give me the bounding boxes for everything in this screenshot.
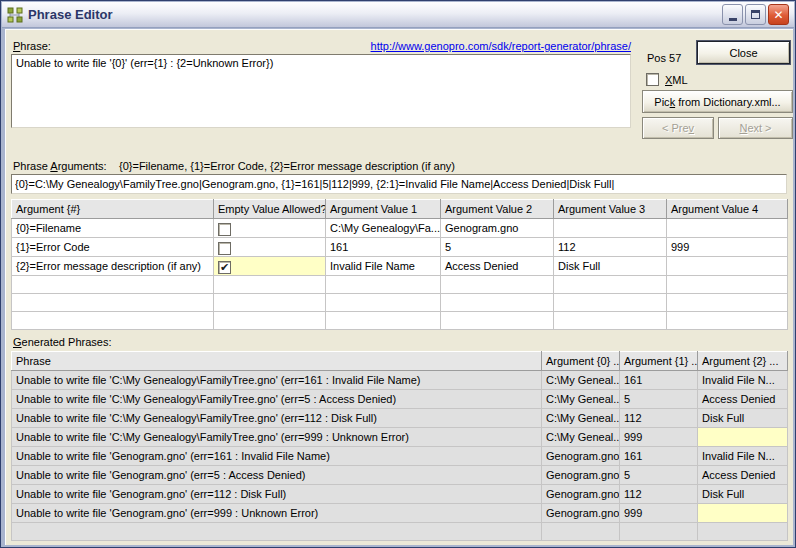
xml-checkbox-label[interactable]: XML (665, 74, 688, 86)
generated-phrase-row: Unable to write file 'C:\My Genealogy\Fa… (12, 409, 788, 428)
empty-cell (554, 294, 667, 312)
empty-allowed-cell[interactable] (214, 238, 326, 257)
argument-value-cell[interactable]: 161 (326, 238, 441, 257)
argument-row: {2}=Error message description (if any)✔I… (12, 257, 788, 276)
phrase-cell: Unable to write file 'Genogram.gno' (err… (12, 504, 542, 523)
argument-value-cell[interactable] (667, 219, 788, 238)
empty-cell (698, 523, 788, 541)
argument-1-cell: 999 (620, 428, 698, 447)
argument-value-cell[interactable]: Disk Full (554, 257, 667, 276)
close-window-button[interactable]: ✕ (768, 4, 789, 25)
empty-cell (554, 276, 667, 294)
arguments-input[interactable] (11, 174, 787, 194)
empty-argument-row (12, 294, 788, 312)
minimize-button[interactable] (722, 4, 743, 25)
argument-1-cell: 112 (620, 409, 698, 428)
phrase-cell: Unable to write file 'C:\My Genealogy\Fa… (12, 371, 542, 390)
generated-phrases-table: PhraseArgument {0} ...Argument {1} ...Ar… (11, 351, 788, 541)
argument-2-cell: Access Denied (698, 466, 788, 485)
phrase-textarea[interactable]: Unable to write file '{0}' (err={1} : {2… (11, 54, 631, 128)
argument-value-cell[interactable]: 5 (441, 238, 554, 257)
column-header: Empty Value Allowed? (214, 200, 326, 219)
argument-2-cell (698, 504, 788, 523)
phrase-cell: Unable to write file 'Genogram.gno' (err… (12, 466, 542, 485)
argument-value-cell[interactable]: Invalid File Name (326, 257, 441, 276)
empty-generated-row (12, 523, 788, 541)
argument-value-cell[interactable]: Genogram.gno (441, 219, 554, 238)
maximize-button[interactable] (745, 4, 766, 25)
phrase-editor-window: Phrase Editor ✕ Phrase: http://www.genop… (0, 0, 796, 548)
documentation-link[interactable]: http://www.genopro.com/sdk/report-genera… (371, 40, 631, 52)
column-header: Argument Value 1 (326, 200, 441, 219)
argument-value-cell[interactable] (667, 257, 788, 276)
generated-phrase-row: Unable to write file 'C:\My Genealogy\Fa… (12, 390, 788, 409)
empty-allowed-cell[interactable]: ✔ (214, 257, 326, 276)
empty-cell (326, 276, 441, 294)
generated-phrase-row: Unable to write file 'C:\My Genealogy\Fa… (12, 428, 788, 447)
next-button[interactable]: Next > (718, 117, 793, 139)
generated-phrase-row: Unable to write file 'Genogram.gno' (err… (12, 504, 788, 523)
argument-value-cell[interactable]: C:\My Genealogy\Fa... (326, 219, 441, 238)
empty-cell (214, 294, 326, 312)
empty-cell (667, 312, 788, 330)
minimize-icon (729, 18, 737, 21)
empty-cell (441, 276, 554, 294)
argument-name-cell: {1}=Error Code (12, 238, 214, 257)
close-button[interactable]: Close (697, 41, 790, 64)
argument-value-cell[interactable]: 112 (554, 238, 667, 257)
column-header: Argument {2} ... (698, 352, 788, 371)
argument-2-cell: Disk Full (698, 409, 788, 428)
argument-0-cell: C:\My Geneal... (542, 409, 620, 428)
argument-0-cell: Genogram.gno (542, 504, 620, 523)
arguments-table: Argument {#}Empty Value Allowed?Argument… (11, 199, 788, 330)
argument-name-cell: {2}=Error message description (if any) (12, 257, 214, 276)
xml-checkbox[interactable] (646, 73, 659, 86)
phrase-arguments-label: Phrase Arguments: (13, 160, 107, 172)
title-bar[interactable]: Phrase Editor ✕ (2, 2, 794, 28)
genogram-icon (7, 7, 23, 23)
arguments-table-header-row: Argument {#}Empty Value Allowed?Argument… (12, 200, 788, 219)
column-header: Argument Value 2 (441, 200, 554, 219)
argument-1-cell: 999 (620, 504, 698, 523)
empty-cell (326, 312, 441, 330)
argument-2-cell: Invalid File N... (698, 447, 788, 466)
phrase-cell: Unable to write file 'C:\My Genealogy\Fa… (12, 428, 542, 447)
argument-1-cell: 161 (620, 371, 698, 390)
argument-1-cell: 112 (620, 485, 698, 504)
argument-value-cell[interactable] (554, 219, 667, 238)
argument-1-cell: 5 (620, 390, 698, 409)
empty-cell (667, 294, 788, 312)
column-header: Phrase (12, 352, 542, 371)
empty-argument-row (12, 276, 788, 294)
close-icon: ✕ (773, 8, 783, 22)
argument-value-cell[interactable]: 999 (667, 238, 788, 257)
dialog-client-area: Phrase: http://www.genopro.com/sdk/repor… (5, 29, 793, 545)
argument-2-cell: Access Denied (698, 390, 788, 409)
column-header: Argument {1} ... (620, 352, 698, 371)
argument-2-cell: Invalid File N... (698, 371, 788, 390)
phrase-cell: Unable to write file 'C:\My Genealogy\Fa… (12, 390, 542, 409)
argument-row: {0}=FilenameC:\My Genealogy\Fa...Genogra… (12, 219, 788, 238)
argument-0-cell: C:\My Geneal... (542, 428, 620, 447)
argument-0-cell: C:\My Geneal... (542, 371, 620, 390)
empty-cell (12, 312, 214, 330)
pick-from-dictionary-button[interactable]: Pick from Dictionary.xml... (642, 90, 793, 113)
empty-cell (620, 523, 698, 541)
generated-phrase-row: Unable to write file 'Genogram.gno' (err… (12, 447, 788, 466)
empty-cell (441, 312, 554, 330)
cursor-position-label: Pos 57 (647, 52, 681, 64)
empty-cell (441, 294, 554, 312)
empty-allowed-checkbox[interactable] (218, 242, 231, 255)
empty-allowed-checkbox[interactable]: ✔ (218, 261, 231, 274)
argument-0-cell: Genogram.gno (542, 485, 620, 504)
empty-allowed-checkbox[interactable] (218, 223, 231, 236)
argument-0-cell: Genogram.gno (542, 447, 620, 466)
phrase-cell: Unable to write file 'C:\My Genealogy\Fa… (12, 409, 542, 428)
empty-cell (542, 523, 620, 541)
prev-button[interactable]: < Prev (642, 117, 714, 139)
empty-argument-row (12, 312, 788, 330)
empty-allowed-cell[interactable] (214, 219, 326, 238)
argument-value-cell[interactable]: Access Denied (441, 257, 554, 276)
empty-cell (12, 276, 214, 294)
argument-row: {1}=Error Code1615112999 (12, 238, 788, 257)
